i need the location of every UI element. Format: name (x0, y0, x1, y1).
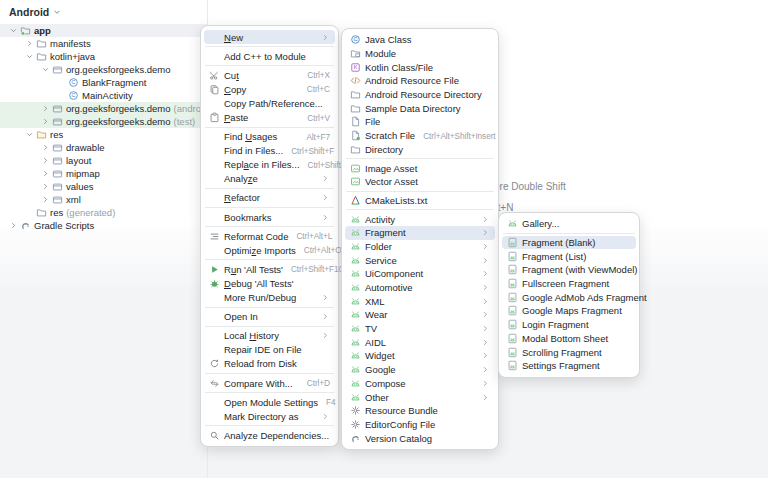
menu-item-reformat-code[interactable]: Reformat CodeCtrl+Alt+L (204, 229, 335, 243)
chevron-down-icon[interactable] (40, 65, 51, 74)
menu-item-widget[interactable]: Widget (345, 349, 495, 363)
menu-item-module[interactable]: Module (345, 47, 495, 61)
menu-item-uicomponent[interactable]: UiComponent (345, 267, 495, 281)
menu-item-scratch-file[interactable]: Scratch FileCtrl+Alt+Shift+Insert (345, 129, 495, 143)
menu-item-image-asset[interactable]: Image Asset (345, 161, 495, 175)
menu-item-wear[interactable]: Wear (345, 308, 495, 322)
tree-item-xml[interactable]: xml (0, 193, 207, 206)
menu-item-kotlin-class-file[interactable]: KKotlin Class/File (345, 60, 495, 74)
chevron-right-icon[interactable] (40, 117, 51, 126)
menu-item-settings-fragment[interactable]: Settings Fragment (502, 359, 636, 373)
chevron-right-icon[interactable] (40, 156, 51, 165)
menu-item-copy[interactable]: CopyCtrl+C (204, 82, 335, 96)
menu-item-scrolling-fragment[interactable]: Scrolling Fragment (502, 345, 636, 359)
menu-item-label: Activity (365, 214, 395, 225)
tree-item-org-geeksforgeeks-demo-androidtest[interactable]: org.geeksforgeeks.demo(androidTest) (0, 102, 207, 115)
menu-item-aidl[interactable]: AIDL (345, 335, 495, 349)
menu-item-cut[interactable]: CutCtrl+X (204, 68, 335, 82)
menu-item-fragment-blank[interactable]: Fragment (Blank) (502, 236, 636, 250)
tree-item-blankfragment[interactable]: CBlankFragment (0, 76, 207, 89)
menu-item-modal-bottom-sheet[interactable]: Modal Bottom Sheet (502, 332, 636, 346)
menu-item-optimize-imports[interactable]: Optimize ImportsCtrl+Alt+O (204, 243, 335, 257)
menu-item-fragment-list[interactable]: Fragment (List) (502, 249, 636, 263)
tree-item-kotlin-java[interactable]: kotlin+java (0, 50, 207, 63)
menu-item-label: Modal Bottom Sheet (522, 333, 608, 344)
menu-item-folder[interactable]: Folder (345, 240, 495, 254)
menu-item-automotive[interactable]: Automotive (345, 281, 495, 295)
tree-item-suffix: (test) (174, 116, 196, 127)
menu-item-java-class[interactable]: CJava Class (345, 33, 495, 47)
menu-item-fragment[interactable]: Fragment (345, 226, 495, 240)
menu-item-open-module-settings[interactable]: Open Module SettingsF4 (204, 395, 335, 409)
menu-item-fullscreen-fragment[interactable]: Fullscreen Fragment (502, 277, 636, 291)
chevron-right-icon[interactable] (40, 195, 51, 204)
menu-item-find-in-files[interactable]: Find in Files...Ctrl+Shift+F (204, 144, 335, 158)
menu-item-sample-data-directory[interactable]: Sample Data Directory (345, 101, 495, 115)
menu-item-login-fragment[interactable]: Login Fragment (502, 318, 636, 332)
tree-item-org-geeksforgeeks-demo[interactable]: org.geeksforgeeks.demo (0, 63, 207, 76)
tree-item-app[interactable]: app (0, 24, 207, 37)
tree-item-res[interactable]: res (0, 128, 207, 141)
tree-item-layout[interactable]: layout (0, 154, 207, 167)
menu-item-run-all-tests[interactable]: Run 'All Tests'Ctrl+Shift+F10 (204, 262, 335, 276)
chevron-down-icon[interactable] (24, 130, 35, 139)
menu-item-gallery[interactable]: Gallery... (502, 217, 636, 231)
menu-item-tv[interactable]: TV (345, 322, 495, 336)
tree-item-manifests[interactable]: manifests (0, 37, 207, 50)
tree-item-org-geeksforgeeks-demo-test[interactable]: org.geeksforgeeks.demo(test) (0, 115, 207, 128)
menu-item-analyze[interactable]: Analyze (204, 172, 335, 186)
menu-item-refactor[interactable]: Refactor (204, 191, 335, 205)
package-icon (51, 168, 63, 179)
menu-item-google-admob-ads-fragment[interactable]: Google AdMob Ads Fragment (502, 290, 636, 304)
menu-item-paste[interactable]: PasteCtrl+V (204, 110, 335, 124)
menu-item-replace-in-files[interactable]: Replace in Files...Ctrl+Shift+R (204, 158, 335, 172)
menu-item-new[interactable]: New (204, 30, 335, 44)
project-view-selector[interactable]: Android (0, 0, 207, 22)
chevron-right-icon[interactable] (40, 169, 51, 178)
menu-item-compose[interactable]: Compose (345, 377, 495, 391)
menu-item-fragment-with-viewmodel[interactable]: Fragment (with ViewModel) (502, 263, 636, 277)
menu-item-open-in[interactable]: Open In (204, 310, 335, 324)
menu-item-find-usages[interactable]: Find UsagesAlt+F7 (204, 130, 335, 144)
chevron-right-icon[interactable] (40, 104, 51, 113)
menu-item-directory[interactable]: Directory (345, 143, 495, 157)
tree-item-res-generated[interactable]: res(generated) (0, 206, 207, 219)
tree-item-mipmap[interactable]: mipmap (0, 167, 207, 180)
menu-item-other[interactable]: Other (345, 390, 495, 404)
menu-item-resource-bundle[interactable]: Resource Bundle (345, 404, 495, 418)
menu-item-file[interactable]: File (345, 115, 495, 129)
chevron-down-icon[interactable] (8, 26, 19, 35)
tree-item-drawable[interactable]: drawable (0, 141, 207, 154)
menu-item-vector-asset[interactable]: Vector Asset (345, 175, 495, 189)
menu-item-xml[interactable]: XML (345, 294, 495, 308)
menu-item-editorconfig-file[interactable]: EditorConfig File (345, 418, 495, 432)
tree-item-gradle-scripts[interactable]: Gradle Scripts (0, 219, 207, 232)
menu-item-android-resource-file[interactable]: Android Resource File (345, 74, 495, 88)
menu-item-copy-path-reference[interactable]: Copy Path/Reference... (204, 96, 335, 110)
menu-item-cmakelists-txt[interactable]: CMakeLists.txt (345, 194, 495, 208)
menu-item-reload-from-disk[interactable]: Reload from Disk (204, 357, 335, 371)
menu-item-debug-all-tests[interactable]: Debug 'All Tests' (204, 276, 335, 290)
chevron-right-icon[interactable] (24, 39, 35, 48)
menu-item-add-c-to-module[interactable]: Add C++ to Module (204, 49, 335, 63)
menu-item-repair-ide-on-file[interactable]: Repair IDE on File (204, 343, 335, 357)
menu-item-version-catalog[interactable]: Version Catalog (345, 431, 495, 445)
menu-item-mark-directory-as[interactable]: Mark Directory as (204, 409, 335, 423)
tree-item-values[interactable]: values (0, 180, 207, 193)
tree-item-mainactivity[interactable]: CMainActivity (0, 89, 207, 102)
menu-item-compare-with[interactable]: Compare With...Ctrl+D (204, 376, 335, 390)
menu-item-bookmarks[interactable]: Bookmarks (204, 210, 335, 224)
chevron-down-icon[interactable] (24, 52, 35, 61)
menu-item-google-maps-fragment[interactable]: Google Maps Fragment (502, 304, 636, 318)
menu-item-more-run-debug[interactable]: More Run/Debug (204, 291, 335, 305)
fragment-file-icon (506, 251, 518, 262)
menu-item-android-resource-directory[interactable]: Android Resource Directory (345, 88, 495, 102)
chevron-right-icon[interactable] (40, 143, 51, 152)
menu-item-activity[interactable]: Activity (345, 212, 495, 226)
chevron-right-icon[interactable] (40, 182, 51, 191)
menu-item-local-history[interactable]: Local History (204, 329, 335, 343)
menu-item-service[interactable]: Service (345, 253, 495, 267)
menu-item-analyze-dependencies[interactable]: Analyze Dependencies... (204, 428, 335, 442)
chevron-right-icon[interactable] (8, 221, 19, 230)
menu-item-google[interactable]: Google (345, 363, 495, 377)
